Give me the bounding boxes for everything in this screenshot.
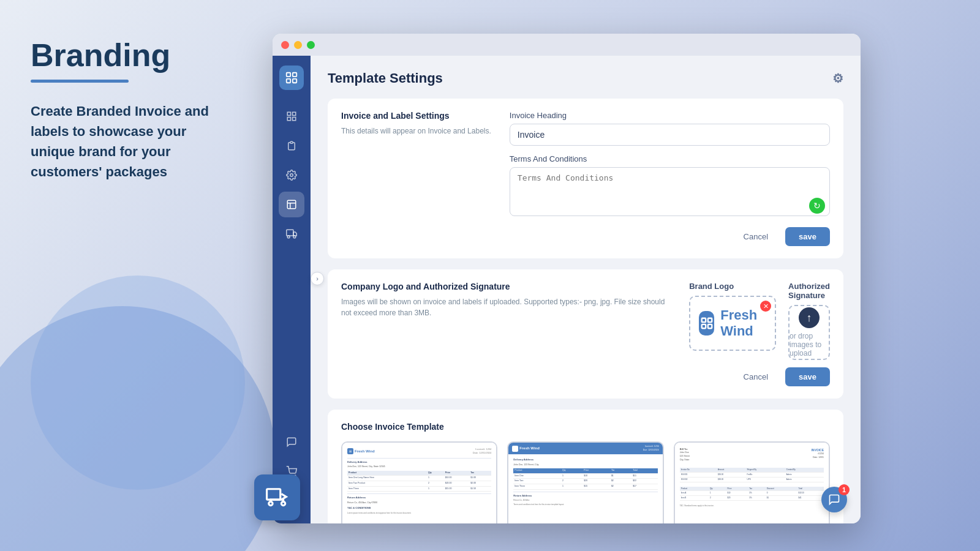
upload-text: or drop images to upload [790, 332, 829, 358]
invoice-save-button[interactable]: save [785, 227, 830, 246]
sidebar-item-orders[interactable] [279, 133, 304, 159]
svg-rect-0 [287, 73, 290, 77]
sidebar-item-support[interactable] [279, 429, 304, 455]
svg-point-21 [281, 501, 285, 505]
svg-rect-15 [701, 318, 705, 322]
chat-badge: 1 [839, 484, 850, 495]
logo-settings-section: Company Logo and Authorized Signature Im… [328, 269, 843, 399]
sidebar-logo[interactable] [279, 66, 304, 90]
settings-gear-icon[interactable]: ⚙ [832, 71, 843, 86]
logo-remove-button[interactable]: ✕ [760, 301, 771, 312]
left-panel: Branding Create Branded Invoice and labe… [0, 0, 263, 551]
template-card-3[interactable]: Bill To: John Doe123 StreetCity, State I… [674, 441, 830, 523]
sidebar-item-settings[interactable] [279, 162, 304, 188]
svg-point-8 [290, 174, 293, 177]
invoice-heading-input[interactable] [510, 124, 830, 146]
logo-save-button[interactable]: save [785, 367, 830, 386]
template-card-2[interactable]: ⊞ Fresh Wind Invoice#: 1234 Due: 12/31/2… [507, 441, 663, 523]
terms-conditions-label: Terms And Conditions [510, 154, 830, 163]
upload-box-content: ↑ or drop images to upload [790, 307, 829, 358]
svg-rect-5 [293, 112, 296, 115]
logo-section-title: Company Logo and Authorized Signature [341, 282, 671, 291]
minimize-dot[interactable] [294, 41, 302, 49]
template-card-1[interactable]: ⊞ Fresh Wind Invoice#: 1234 Date: 12/01/… [341, 441, 497, 523]
brand-logo-label: Brand Logo [689, 282, 776, 291]
branding-underline [31, 80, 129, 83]
main-area: › Template Settings ⚙ Invoice and Label … [273, 56, 861, 523]
template-section: Choose Invoice Template ⊞ Fresh Wind [328, 410, 843, 523]
svg-rect-6 [287, 118, 290, 121]
template-section-title: Choose Invoice Template [341, 422, 830, 432]
template-preview-2: ⊞ Fresh Wind Invoice#: 1234 Due: 12/31/2… [508, 443, 662, 523]
sidebar-item-shipping[interactable] [279, 221, 304, 247]
terms-refresh-button[interactable]: ↻ [809, 198, 825, 214]
brand-logo-col: Brand Logo Fresh Wind ✕ [689, 282, 776, 360]
logo-btn-row: Cancel save [689, 367, 830, 386]
logo-cancel-button[interactable]: Cancel [733, 367, 779, 386]
title-bar [273, 34, 861, 56]
auth-sig-upload-box[interactable]: ↑ or drop images to upload [788, 305, 830, 360]
terms-conditions-textarea[interactable] [510, 167, 830, 216]
app-window: › Template Settings ⚙ Invoice and Label … [273, 34, 861, 523]
invoice-section-right: Invoice Heading Terms And Conditions ↻ C… [510, 111, 830, 246]
template-preview-1: ⊞ Fresh Wind Invoice#: 1234 Date: 12/01/… [342, 443, 496, 523]
template-grid: ⊞ Fresh Wind Invoice#: 1234 Date: 12/01/… [341, 441, 830, 523]
invoice-section-left: Invoice and Label Settings This details … [341, 111, 491, 246]
svg-rect-17 [701, 324, 705, 328]
svg-rect-16 [708, 318, 712, 322]
svg-rect-10 [287, 230, 293, 236]
svg-rect-7 [293, 118, 296, 121]
invoice-settings-section: Invoice and Label Settings This details … [328, 99, 843, 258]
upload-section: Brand Logo Fresh Wind ✕ [689, 282, 830, 360]
invoice-heading-group: Invoice Heading [510, 111, 830, 146]
svg-rect-3 [293, 79, 296, 83]
chat-bubble-button[interactable]: 1 [821, 487, 847, 512]
sidebar-item-templates[interactable] [279, 192, 304, 217]
svg-point-12 [293, 236, 296, 238]
template-preview-3: Bill To: John Doe123 StreetCity, State I… [675, 443, 829, 523]
upload-arrow-icon: ↑ [799, 307, 820, 328]
brand-logo-upload-box[interactable]: Fresh Wind ✕ [689, 296, 776, 351]
invoice-heading-label: Invoice Heading [510, 111, 830, 120]
svg-rect-18 [708, 324, 712, 328]
svg-rect-9 [287, 200, 296, 209]
auth-sig-label: Authorized Signature [788, 282, 830, 300]
sidebar-collapse-button[interactable]: › [311, 272, 324, 285]
svg-rect-1 [293, 73, 296, 77]
logo-section-left: Company Logo and Authorized Signature Im… [341, 282, 671, 386]
svg-rect-19 [266, 489, 280, 499]
svg-rect-2 [287, 79, 290, 83]
branding-title: Branding [31, 37, 233, 73]
invoice-cancel-button[interactable]: Cancel [733, 227, 779, 246]
invoice-section-title: Invoice and Label Settings [341, 111, 491, 121]
terms-conditions-group: Terms And Conditions ↻ [510, 154, 830, 219]
logo-preview-icon [699, 311, 714, 335]
sidebar [273, 56, 311, 523]
close-dot[interactable] [281, 41, 289, 49]
logo-preview: Fresh Wind [690, 307, 775, 339]
logo-section-right: Brand Logo Fresh Wind ✕ [689, 282, 830, 386]
svg-point-20 [268, 501, 272, 505]
bottom-box-icon [254, 474, 300, 520]
branding-description: Create Branded Invoice and labels to sho… [31, 101, 233, 182]
logo-section-desc: Images will be shown on invoice and labe… [341, 296, 671, 318]
invoice-section-desc: This details will appear on Invoice and … [341, 126, 491, 137]
terms-textarea-wrapper: ↻ [510, 167, 830, 219]
bg-blob-2 [31, 276, 245, 490]
maximize-dot[interactable] [307, 41, 315, 49]
page-title-row: Template Settings ⚙ [328, 70, 843, 86]
svg-rect-4 [287, 112, 290, 115]
svg-point-11 [287, 236, 290, 238]
invoice-btn-row: Cancel save [510, 227, 830, 246]
sidebar-item-dashboard[interactable] [279, 103, 304, 129]
page-title-text: Template Settings [328, 70, 443, 86]
auth-sig-col: Authorized Signature ↑ or drop images to… [788, 282, 830, 360]
main-content: Template Settings ⚙ Invoice and Label Se… [311, 56, 861, 523]
logo-preview-text: Fresh Wind [720, 307, 766, 339]
